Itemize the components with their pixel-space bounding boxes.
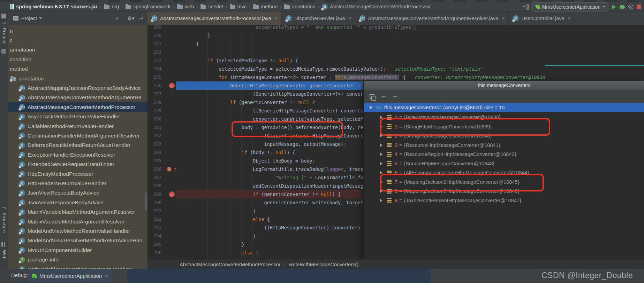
line-number[interactable]: 295 bbox=[147, 240, 161, 249]
code-line[interactable]: 280converter.canWrite(valueType, selecte… bbox=[147, 115, 363, 123]
code-line[interactable]: 283inputMessage, outputMessage); bbox=[147, 140, 363, 148]
code-text[interactable]: } bbox=[185, 31, 210, 40]
variable-row[interactable]: 1={StringHttpMessageConverter@10839} bbox=[364, 122, 644, 131]
breakpoint-icon[interactable] bbox=[169, 83, 175, 88]
chevron-collapsed-icon[interactable] bbox=[380, 162, 382, 165]
close-icon[interactable]: ✕ bbox=[501, 16, 505, 21]
code-line[interactable]: 286λ↑LogFormatUtils.traceDebug(logger, t… bbox=[147, 165, 363, 173]
code-line[interactable]: 293((HttpMessageConverter) converter).wr… bbox=[147, 223, 363, 232]
popup-title[interactable]: this.messageConverters bbox=[364, 81, 644, 90]
line-number[interactable]: 282 bbox=[147, 132, 161, 140]
line-number[interactable]: 291 bbox=[147, 207, 161, 215]
code-line[interactable]: 270} bbox=[147, 31, 644, 40]
breadcrumb-item[interactable]: method bbox=[253, 4, 278, 9]
lambda-icon[interactable]: λ bbox=[167, 167, 172, 172]
code-text[interactable]: body = getAdvice().beforeBodyWrite(body,… bbox=[185, 123, 363, 132]
line-number[interactable]: 283 bbox=[147, 140, 161, 148]
variable-row[interactable]: 3={ResourceHttpMessageConverter@10841} bbox=[364, 141, 644, 150]
breakpoint-icon[interactable] bbox=[169, 191, 175, 197]
code-text[interactable]: if (body != null) { bbox=[185, 148, 295, 157]
project-tree-item[interactable]: n bbox=[8, 26, 147, 36]
code-line[interactable]: 291} bbox=[147, 207, 363, 215]
line-number[interactable]: 296 bbox=[147, 249, 161, 257]
project-tree-item[interactable]: CDeferredResultMethodReturnValueHandler bbox=[8, 141, 147, 150]
code-text[interactable]: if (genericConverter != null) { bbox=[185, 190, 341, 198]
run-configuration-select[interactable]: MmsUsercenterApplication bbox=[532, 2, 608, 11]
project-tree-item[interactable]: CJsonViewRequestBodyAdvice bbox=[8, 188, 147, 198]
breadcrumb-method[interactable]: writeWithMessageConverters() bbox=[289, 262, 358, 267]
code-text[interactable]: if (selectedMediaType != null) { bbox=[185, 56, 298, 65]
code-text[interactable]: } bbox=[185, 232, 256, 240]
code-text[interactable]: } bbox=[185, 240, 244, 249]
close-icon[interactable]: ✕ bbox=[568, 16, 571, 21]
forward-icon[interactable]: → bbox=[393, 93, 397, 100]
locate-file-icon[interactable]: ⌖ bbox=[115, 15, 118, 22]
close-icon[interactable]: ✕ bbox=[274, 16, 278, 21]
bookmark-icon[interactable] bbox=[1, 49, 6, 54]
code-text[interactable]: if (genericConverter != null ? bbox=[185, 98, 315, 107]
code-text[interactable]: } bbox=[185, 207, 256, 215]
code-text[interactable]: ((HttpMessageConverter) converter).write… bbox=[185, 223, 363, 232]
code-text[interactable]: (Class<? extends HttpMessageConverter<?>… bbox=[185, 132, 363, 140]
code-line[interactable]: 287"Writing [" + LogFormatUtils.formatVa… bbox=[147, 173, 363, 182]
project-tree-item[interactable]: CMatrixVariableMapMethodArgumentResolver bbox=[8, 207, 147, 217]
line-number[interactable]: 279 bbox=[147, 107, 161, 115]
code-line[interactable]: 279((GenericHttpMessageConverter) conver… bbox=[147, 107, 363, 115]
code-line[interactable]: 285Object theBody = body; bbox=[147, 157, 363, 165]
variable-row[interactable]: 0={ByteArrayHttpMessageConverter@10830} bbox=[364, 113, 644, 122]
line-number[interactable]: 288 bbox=[147, 182, 161, 190]
code-line[interactable]: 289if (genericConverter != null) { bbox=[147, 190, 363, 198]
chevron-expanded-icon[interactable] bbox=[369, 107, 372, 109]
editor-tab[interactable]: CAbstractMessageConverterMethodProcessor… bbox=[147, 11, 282, 25]
editor-tab[interactable]: CAbstractMessageConverterMethodArgumentR… bbox=[355, 11, 509, 25]
variable-root-row[interactable]: this.messageConverters = {ArrayList@8600… bbox=[364, 103, 644, 112]
project-tree-item[interactable]: c bbox=[8, 36, 147, 45]
chevron-collapsed-icon[interactable] bbox=[380, 143, 382, 147]
line-number[interactable]: 290 bbox=[147, 198, 161, 207]
code-text[interactable]: (GenericHttpMessageConverter<?>) convert… bbox=[185, 90, 363, 98]
line-number[interactable]: 294 bbox=[147, 232, 161, 240]
project-tree-item[interactable]: CAsyncTaskMethodReturnValueHandler bbox=[8, 112, 147, 121]
breadcrumb-item[interactable]: CAbstractMessageConverterMethodProcessor bbox=[322, 4, 431, 10]
run-button[interactable] bbox=[612, 5, 616, 9]
line-number[interactable]: 272 bbox=[147, 48, 161, 56]
line-number[interactable]: 275 bbox=[147, 73, 161, 81]
project-tree-item[interactable]: CExceptionHandlerExceptionResolver bbox=[8, 150, 147, 159]
code-line[interactable]: 295} bbox=[147, 240, 363, 249]
project-tree-item[interactable]: CAbstractMappingJacksonResponseBodyAdvic… bbox=[8, 83, 147, 93]
line-number[interactable]: 273 bbox=[147, 56, 161, 65]
variable-row[interactable]: 5={SourceHttpMessageConverter@10843} bbox=[364, 159, 644, 168]
project-tree-item[interactable]: CHttpEntityMethodProcessor bbox=[8, 169, 147, 179]
tool-stripe-structure[interactable]: 7: Structure bbox=[2, 206, 7, 233]
code-text[interactable]: else { bbox=[185, 215, 270, 223]
close-icon[interactable]: ✕ bbox=[105, 274, 108, 278]
project-panel-title[interactable]: Project bbox=[21, 16, 37, 21]
project-tree-item[interactable]: annotation bbox=[8, 74, 147, 83]
line-number[interactable]: 277 bbox=[147, 90, 161, 98]
editor-tab[interactable]: CUserController.java✕ bbox=[509, 11, 575, 25]
line-number[interactable]: 280 bbox=[147, 115, 161, 123]
project-tree-item[interactable]: CAbstractMessageConverterMethodArgumentR… bbox=[8, 93, 147, 102]
code-line[interactable]: 284if (body != null) { bbox=[147, 148, 363, 157]
code-line[interactable]: 290genericConverter.write(body, targetTy… bbox=[147, 198, 363, 207]
variable-row[interactable]: 8={MappingJackson2HttpMessageConverter@1… bbox=[364, 187, 644, 196]
variable-row[interactable]: 9={Jaxb2RootElementHttpMessageConverter@… bbox=[364, 196, 644, 205]
code-line[interactable]: 273if (selectedMediaType != null) { bbox=[147, 56, 644, 65]
project-tree-item[interactable]: CExtendedServletRequestDataBinder bbox=[8, 160, 147, 169]
project-tree-item[interactable]: annotation bbox=[8, 45, 147, 55]
hide-panel-icon[interactable]: ⊣ bbox=[139, 15, 143, 22]
code-text[interactable]: ((GenericHttpMessageConverter) converter… bbox=[185, 107, 363, 115]
line-number[interactable]: 281 bbox=[147, 123, 161, 132]
project-tree-item[interactable]: CHttpHeadersReturnValueHandler bbox=[8, 179, 147, 188]
chevron-collapsed-icon[interactable] bbox=[380, 189, 382, 193]
breadcrumb-item[interactable]: spring-webmvc-5.3.17-sources.jar bbox=[10, 4, 98, 9]
copy-icon[interactable] bbox=[370, 94, 374, 99]
debug-button[interactable] bbox=[620, 5, 625, 9]
code-line[interactable]: 288addContentDispositionHeader(inputMess… bbox=[147, 182, 363, 190]
code-line[interactable]: 294} bbox=[147, 232, 363, 240]
project-tree-item[interactable]: CJsonViewResponseBodyAdvice bbox=[8, 198, 147, 207]
breadcrumb-item[interactable]: springframework bbox=[126, 4, 171, 9]
project-tree-item[interactable]: CCallableMethodReturnValueHandler bbox=[8, 121, 147, 131]
breadcrumb-item[interactable]: web bbox=[177, 4, 194, 9]
code-text[interactable]: GenericHttpMessageConverter genericConve… bbox=[185, 81, 363, 90]
